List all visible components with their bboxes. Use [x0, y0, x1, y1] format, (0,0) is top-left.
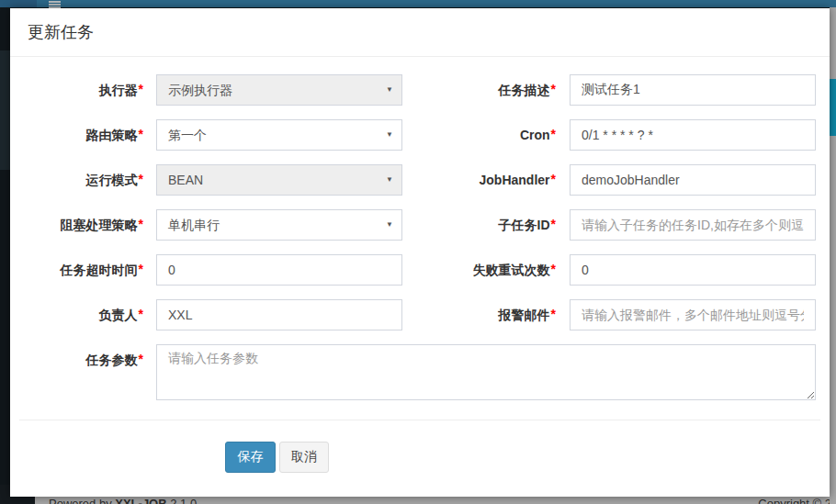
sidebar-sliver: [0, 7, 10, 504]
cancel-button[interactable]: 取消: [279, 442, 329, 473]
job-params-textarea[interactable]: [156, 344, 816, 400]
required-asterisk: *: [551, 82, 556, 96]
required-asterisk: *: [551, 172, 556, 186]
executor-select: 示例执行器 ▼: [156, 74, 402, 106]
footer-copyright: Copyright © 2: [758, 498, 831, 504]
required-asterisk: *: [551, 217, 556, 231]
timeout-input[interactable]: [156, 254, 402, 286]
child-job-id-input[interactable]: [570, 209, 816, 241]
scrollbar-track[interactable]: [830, 7, 836, 504]
required-asterisk: *: [139, 172, 143, 186]
modal-header: 更新任务: [10, 8, 830, 57]
job-desc-label: 任务描述*: [402, 74, 556, 106]
scrollbar-thumb[interactable]: [830, 79, 836, 136]
fail-retry-label: 失败重试次数*: [402, 254, 556, 286]
save-button[interactable]: 保存: [225, 442, 276, 473]
form-row: 任务参数*: [24, 344, 816, 400]
chevron-down-icon: ▼: [386, 216, 393, 234]
required-asterisk: *: [551, 127, 556, 141]
job-params-label: 任务参数*: [24, 344, 143, 400]
timeout-label: 任务超时时间*: [24, 254, 143, 286]
block-strategy-label: 阻塞处理策略*: [24, 209, 143, 241]
executor-label: 执行器*: [24, 74, 143, 106]
top-navbar: [0, 0, 836, 7]
form-divider: [19, 420, 820, 420]
footer-powered-by: Powered by XXL-JOB 2.1.0: [49, 498, 197, 504]
update-job-modal: 更新任务 执行器* 示例执行器 ▼ 任务描述* 路由策略* 第一个 ▼: [10, 8, 830, 497]
required-asterisk: *: [139, 82, 143, 96]
chevron-down-icon: ▼: [386, 81, 393, 99]
jobhandler-input[interactable]: [570, 164, 816, 196]
form-row: 路由策略* 第一个 ▼ Cron*: [24, 119, 816, 151]
cron-label: Cron*: [402, 119, 556, 151]
form-row: 阻塞处理策略* 单机串行 ▼ 子任务ID*: [24, 209, 816, 241]
sidebar-item-highlight: [0, 50, 10, 170]
form-row: 执行器* 示例执行器 ▼ 任务描述*: [24, 74, 816, 106]
page-footer: Powered by XXL-JOB 2.1.0 Copyright © 2: [35, 497, 836, 504]
jobhandler-label: JobHandler*: [402, 164, 556, 196]
chevron-down-icon: ▼: [386, 126, 393, 144]
required-asterisk: *: [139, 127, 143, 141]
owner-label: 负责人*: [24, 299, 143, 330]
owner-input[interactable]: [156, 299, 402, 330]
run-mode-select: BEAN ▼: [156, 164, 402, 196]
required-asterisk: *: [139, 352, 143, 366]
required-asterisk: *: [551, 307, 556, 321]
button-row: 保存 取消: [225, 442, 830, 473]
run-mode-label: 运行模式*: [24, 164, 143, 196]
required-asterisk: *: [551, 262, 556, 276]
form-row: 负责人* 报警邮件*: [24, 299, 816, 330]
fail-retry-input[interactable]: [570, 254, 816, 286]
block-strategy-select[interactable]: 单机串行 ▼: [156, 209, 402, 241]
form-row: 任务超时时间* 失败重试次数*: [24, 254, 816, 286]
form-row: 运行模式* BEAN ▼ JobHandler*: [24, 164, 816, 196]
chevron-down-icon: ▼: [386, 171, 393, 189]
job-form: 执行器* 示例执行器 ▼ 任务描述* 路由策略* 第一个 ▼ Cron*: [10, 57, 830, 473]
alarm-email-input[interactable]: [570, 299, 816, 330]
cron-input[interactable]: [570, 119, 816, 151]
page-title: 更新任务: [28, 21, 94, 43]
alarm-email-label: 报警邮件*: [402, 299, 556, 330]
route-strategy-label: 路由策略*: [24, 119, 143, 151]
hamburger-icon[interactable]: [49, 1, 61, 8]
required-asterisk: *: [139, 217, 143, 231]
child-job-id-label: 子任务ID*: [402, 209, 556, 241]
required-asterisk: *: [139, 262, 143, 276]
required-asterisk: *: [139, 307, 143, 321]
footer-brand: XXL-JOB: [115, 497, 166, 504]
navbar-logo: [0, 0, 37, 7]
job-desc-input[interactable]: [570, 74, 816, 106]
route-strategy-select[interactable]: 第一个 ▼: [156, 119, 402, 151]
